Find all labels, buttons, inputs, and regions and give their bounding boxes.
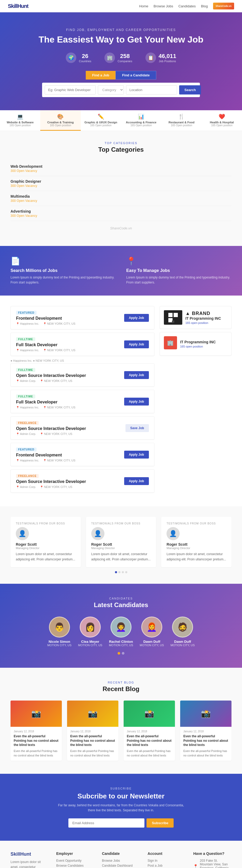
location-input[interactable]	[126, 85, 177, 94]
cat-creative[interactable]: 🎨 Creative & Training 165 Open position	[40, 110, 80, 131]
apply-btn-3[interactable]: Apply Job	[124, 398, 149, 405]
search-button[interactable]: Search	[179, 85, 201, 94]
nav-blog[interactable]: Blog	[201, 4, 208, 8]
footer-link-signin[interactable]: Sign In	[147, 859, 185, 863]
hero-subtitle: Find Job, Employment and Career Opportun…	[10, 28, 232, 32]
candidates-label: CANDIDATES	[10, 597, 232, 600]
newsletter-subscribe-btn[interactable]: Subscribe	[146, 818, 173, 828]
company-name-0: IT Programming INC	[185, 316, 221, 320]
job-title-6: Open Source Interactive Developer	[16, 479, 86, 484]
cat-website[interactable]: 💻 Website & Software 165 Open position	[0, 110, 40, 131]
job-company-1: Happiness Inc.	[16, 348, 39, 352]
top-cat-webdev-count: 300 Open Vacancy	[10, 169, 232, 173]
nav-candidates[interactable]: Candidates	[178, 4, 196, 8]
top-cat-multimedia: Multimedia 300 Open Vacancy	[10, 191, 232, 206]
svg-rect-1	[173, 313, 178, 317]
cat-website-count: 165 Open position	[2, 124, 38, 127]
cat-graphic[interactable]: ✏️ Graphic & UI/UX Design 165 Open posit…	[81, 110, 121, 131]
footer-link-candidates[interactable]: Browse Candidates	[56, 864, 94, 867]
dot-2[interactable]	[122, 571, 124, 573]
footer-link-browse-jobs[interactable]: Browse Jobs	[102, 859, 140, 863]
candidate-role-2: MOTION CITY, US	[109, 644, 133, 647]
testimonials-grid: TESTIMONIALS FROM OUR BOSS 👤 Roger Scott…	[10, 517, 232, 567]
blog-meta-1: January 12, 2018	[70, 730, 115, 733]
candidate-card-0: 👨 Nicole Simon MOTION CITY, US	[47, 617, 72, 647]
footer-link-post-job[interactable]: Post a Job	[147, 864, 185, 867]
nav-browse-jobs[interactable]: Browse Jobs	[154, 4, 173, 8]
blue-feature-search-title: Search Millions of Jobs	[10, 268, 116, 273]
save-btn-4[interactable]: Save Job	[126, 424, 149, 432]
testimonial-role-0: Managing Director	[16, 547, 76, 550]
job-badge-1: FULLTIME	[16, 337, 35, 341]
apply-btn-5[interactable]: Apply Job	[124, 451, 149, 459]
cat-health[interactable]: ❤️ Health & Hospital 165 Open position	[202, 110, 242, 131]
job-badge-3: FULLTIME	[16, 395, 35, 398]
newsletter-section: SUBSCRIBE Subcribe to our Newsletter Far…	[0, 774, 242, 840]
find-candidate-tab[interactable]: Find a Candidate	[115, 71, 156, 80]
footer-link-cand-dashboard[interactable]: Candidate Dashboard	[102, 864, 140, 867]
job-meta-2: Admin Corp. NEW YORK CITY, US	[16, 379, 86, 382]
blog-meta-0: January 12, 2018	[14, 730, 59, 733]
hero-stats: 🌍 26 Countries 🏢 258 Companies 📋 46,011 …	[10, 53, 232, 63]
footer-employer-title: Employer	[56, 851, 94, 856]
slide-dot-0[interactable]	[117, 652, 120, 655]
job-company-0: Happiness Inc.	[16, 322, 39, 325]
apply-btn-1[interactable]: Apply Job	[124, 340, 149, 348]
globe-icon: 🌍	[66, 53, 76, 63]
job-meta-3: Happiness Inc. NEW YORK CITY, US	[16, 406, 76, 409]
company-card-1: 🏢 IT Programming INC 165 open position	[160, 332, 232, 355]
apply-btn-0[interactable]: Apply Job	[124, 314, 149, 322]
brand-logo-icon: ⬛	[164, 310, 182, 325]
apply-btn-2[interactable]: Apply Job	[124, 371, 149, 379]
accounting-icon: 📊	[123, 114, 159, 120]
health-icon: ❤️	[204, 114, 240, 120]
top-categories-section: TOP CATEGORIES Top Categories Web Develo…	[0, 131, 242, 246]
top-cat-webdev: Web Development 300 Open Vacancy	[10, 161, 232, 176]
hero-stat-jobs: 📋 46,011 Job Positions	[145, 53, 176, 63]
testimonial-role-2: Managing Director	[166, 547, 226, 550]
slide-dot-1[interactable]	[122, 652, 125, 655]
job-divider-1: ● Happiness Inc. ● NEW YORK CITY, US	[10, 359, 154, 362]
stat-jobs-label: Job Positions	[159, 60, 176, 63]
cat-accounting-count: 165 Open position	[123, 124, 159, 127]
dot-0[interactable]	[115, 571, 117, 573]
candidate-role-4: MOTION CITY, US	[170, 644, 195, 647]
nav-home[interactable]: Home	[139, 4, 149, 8]
blog-article-title-1: Even the all-powerful Pointing has no co…	[70, 734, 115, 747]
job-title-2: Open Source Interactive Developer	[16, 373, 86, 378]
find-job-tab[interactable]: Find a Job	[86, 71, 115, 80]
job-badge-2: FULLTIME	[16, 368, 35, 372]
job-card-5: FEATURED Frontend Development Happiness …	[10, 443, 154, 466]
job-meta-0: Happiness Inc. NEW YORK CITY, US	[16, 322, 76, 325]
testimonial-label-1: TESTIMONIALS FROM OUR BOSS	[91, 522, 151, 525]
newsletter-label: SUBSCRIBE	[10, 787, 232, 790]
dot-3[interactable]	[125, 571, 127, 573]
blog-article-title-3: Even the all-powerful Pointing has no co…	[183, 734, 228, 747]
newsletter-desc: Far far away, behind the word mountains,…	[55, 803, 187, 813]
footer-candidate-col: Candidate Browse Jobs Candidate Dashboar…	[102, 851, 140, 868]
footer-link-event[interactable]: Event Opportunity	[56, 859, 94, 863]
stat-countries-number: 26	[79, 53, 91, 60]
blog-excerpt-3: Even the all-powerful Pointing has no co…	[183, 749, 228, 757]
testimonial-name-1: Roger Scott	[91, 542, 151, 547]
cat-accounting[interactable]: 📊 Accounting & Finance 165 Open position	[121, 110, 161, 131]
cat-creative-name: Creative & Training	[42, 121, 78, 124]
testimonial-avatar-0: 👤	[16, 527, 29, 540]
cat-graphic-count: 165 Open position	[83, 124, 119, 127]
job-badge-6: FREELANCE	[16, 474, 39, 478]
job-meta-1: Happiness Inc. NEW YORK CITY, US	[16, 348, 76, 352]
company-open-1: 165 open position	[180, 345, 216, 348]
creative-icon: 🎨	[42, 114, 78, 120]
top-cat-graphic-count: 300 Open Vacancy	[10, 184, 232, 188]
testimonial-avatar-2: 👤	[166, 527, 180, 540]
cat-restaurant[interactable]: 🍴 Restaurant & Food 165 Open position	[161, 110, 201, 131]
blog-excerpt-0: Even the all-powerful Pointing has no co…	[14, 749, 59, 757]
apply-btn-6[interactable]: Apply Job	[124, 477, 149, 485]
category-select[interactable]: Category	[98, 85, 124, 94]
newsletter-email-input[interactable]	[69, 818, 144, 828]
search-input[interactable]	[45, 85, 96, 94]
nav-links: Home Browse Jobs Candidates Blog ShareCo…	[139, 3, 234, 9]
dot-1[interactable]	[118, 571, 120, 573]
blue-feature-manage: 📍 Easy To Manage Jobs Lorem Ipsum is sim…	[126, 256, 232, 285]
blog-img-0: 📸	[10, 701, 62, 727]
